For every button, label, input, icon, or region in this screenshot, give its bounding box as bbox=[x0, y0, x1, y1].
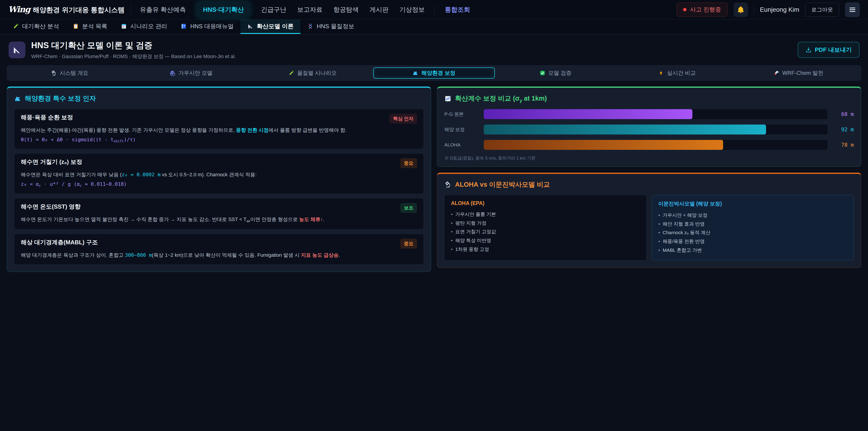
subtab[interactable]: HNS 물질정보 bbox=[301, 20, 361, 34]
bar-track bbox=[484, 140, 828, 150]
correction-card: 해풍·육풍 순환 보정 핵심 인자 해안에서는 주간(해풍)·야간(육풍) 풍향… bbox=[14, 109, 424, 149]
comparison-item: •해양 특성 미반영 bbox=[451, 236, 640, 245]
tab[interactable]: WRF-Chem 발전 bbox=[738, 67, 859, 79]
bar-label: P-G 원본 bbox=[444, 111, 478, 117]
nav-item[interactable]: 게시판 bbox=[370, 5, 389, 14]
bell-icon bbox=[737, 6, 745, 14]
tab[interactable]: 시스템 개요 bbox=[9, 67, 130, 79]
comparison-box: 이문진박사모델 (해양 보정) •가우시안 + 해양 보정•해안 지형 효과 반… bbox=[652, 195, 854, 260]
card-title: 해수면 거칠기 (z₀) 보정 bbox=[21, 158, 82, 166]
subtab[interactable]: HNS 대응매뉴얼 bbox=[174, 20, 241, 34]
model-comparison-panel-title: ALOHA vs 이문진박사모델 비교 bbox=[444, 180, 854, 189]
correction-card-list: 해풍·육풍 순환 보정 핵심 인자 해안에서는 주간(해풍)·야간(육풍) 풍향… bbox=[14, 109, 424, 265]
module-tab-bar: 대기확산 분석분석 목록시나리오 관리HNS 대응매뉴얼확산모델 이론HNS 물… bbox=[0, 20, 868, 34]
bar-row: P-G 원본 68 m bbox=[444, 109, 854, 119]
hamburger-menu-button[interactable] bbox=[845, 2, 860, 17]
cyclone-icon bbox=[169, 70, 176, 76]
tab-label: 실시간 비교 bbox=[667, 69, 696, 76]
panel-title-text: 확산계수 보정 비교 (σy at 1km) bbox=[455, 94, 547, 103]
main-navigation: 유출유 확산예측HNS·대기확산긴급구난보고자료항공탐색게시판기상정보통합조회 bbox=[140, 2, 470, 18]
bar-fill bbox=[484, 109, 692, 119]
pdf-export-button[interactable]: PDF 내보내기 bbox=[798, 42, 860, 58]
incident-status-label: 사고 진행중 bbox=[690, 6, 721, 13]
subtab[interactable]: 시나리오 관리 bbox=[114, 20, 174, 34]
comparison-item: •해안 지형 효과 반영 bbox=[658, 220, 847, 228]
logo-text: 해양환경 위기대응 통합시스템 bbox=[33, 5, 125, 15]
card-title: 해풍·육풍 순환 보정 bbox=[21, 114, 73, 121]
app-logo[interactable]: Wing 해양환경 위기대응 통합시스템 bbox=[8, 4, 125, 15]
subtab-label: 대기확산 분석 bbox=[22, 22, 59, 30]
logo-mark: Wing bbox=[8, 4, 30, 14]
nav-item[interactable]: 긴급구난 bbox=[261, 5, 286, 14]
comparison-box: ALOHA (EPA) •가우시안 플룸 기본•평탄 지형 가정•표면 거칠기 … bbox=[444, 195, 647, 260]
nav-item[interactable]: 보고자료 bbox=[297, 5, 322, 14]
book-icon bbox=[181, 23, 187, 29]
card-title: 해상 대기경계층(MABL) 구조 bbox=[21, 239, 98, 246]
nav-item[interactable]: 유출유 확산예측 bbox=[140, 5, 186, 14]
card-title: 해수면 온도(SST) 영향 bbox=[21, 203, 81, 210]
tab[interactable]: 모델 검증 bbox=[495, 67, 616, 79]
bullet-icon: • bbox=[451, 236, 453, 245]
comparison-item: •해풍/육풍 전환 반영 bbox=[658, 237, 847, 246]
comparison-item: •1차원 풍향 고정 bbox=[451, 245, 640, 254]
page-title: HNS 대기확산 모델 이론 및 검증 bbox=[31, 40, 236, 51]
card-description: 해안에서는 주간(해풍)·야간(육풍) 풍향 전환 발생. 기존 가우시안 모델… bbox=[21, 126, 417, 134]
nav-item[interactable]: 통합조회 bbox=[434, 5, 470, 14]
chart-icon bbox=[444, 95, 452, 102]
subtab[interactable]: 분석 목록 bbox=[66, 20, 114, 34]
card-description: 해양 대기경계층은 육상과 구조가 상이. 혼합고 300~800 m(육상 1… bbox=[21, 251, 417, 259]
check-icon bbox=[539, 70, 546, 76]
card-formula: θ(t) = θ₀ + Δθ · sigmoid((t - tshift)/τ) bbox=[21, 137, 417, 143]
dispersion-coefficient-panel-title: 확산계수 보정 비교 (σy at 1km) bbox=[444, 94, 854, 103]
tab-label: 모델 검증 bbox=[548, 69, 572, 76]
bar-value: 92 m bbox=[833, 127, 854, 132]
card-badge: 핵심 인자 bbox=[390, 114, 417, 124]
bar-value: 68 m bbox=[833, 111, 854, 117]
bar-label: ALOHA bbox=[444, 142, 478, 148]
tab-label: 물질별 시나리오 bbox=[297, 69, 337, 76]
incident-status-badge[interactable]: 사고 진행중 bbox=[677, 2, 727, 17]
subtab[interactable]: 확산모델 이론 bbox=[241, 20, 301, 34]
nav-item[interactable]: HNS·대기확산 bbox=[197, 2, 250, 18]
dna-icon bbox=[307, 23, 313, 29]
tab[interactable]: 실시간 비교 bbox=[616, 67, 738, 79]
card-badge: 보조 bbox=[400, 203, 417, 213]
bolt-icon bbox=[658, 70, 664, 76]
bar-track bbox=[484, 109, 828, 119]
bullet-icon: • bbox=[451, 245, 453, 254]
correction-card: 해수면 거칠기 (z₀) 보정 중요 해수면은 육상 대비 표면 거칠기가 매우… bbox=[14, 153, 424, 193]
right-column: 확산계수 보정 비교 (σy at 1km) P-G 원본 68 m 해양 보정… bbox=[437, 87, 861, 268]
bullet-icon: • bbox=[658, 246, 660, 255]
bar-row: ALOHA 78 m bbox=[444, 140, 854, 150]
card-description: 해수면 온도가 기온보다 높으면 열적 불안정 촉진 → 수직 혼합 증가 → … bbox=[21, 216, 417, 224]
tab[interactable]: 해양환경 보정 bbox=[373, 67, 495, 79]
bullet-icon: • bbox=[451, 210, 453, 219]
comparison-box-title: ALOHA (EPA) bbox=[451, 200, 640, 206]
hamburger-icon bbox=[848, 6, 856, 13]
nav-item[interactable]: 항공탐색 bbox=[333, 5, 359, 14]
panel-title-text: 해양환경 특수 보정 인자 bbox=[25, 94, 96, 103]
microscope-icon bbox=[444, 181, 452, 188]
subtab-label: 확산모델 이론 bbox=[257, 22, 293, 30]
notifications-button[interactable] bbox=[734, 2, 748, 17]
page-header: HNS 대기확산 모델 이론 및 검증 WRF-Chem · Gaussian … bbox=[0, 34, 868, 64]
correction-card: 해상 대기경계층(MABL) 구조 중요 해양 대기경계층은 육상과 구조가 상… bbox=[14, 234, 424, 265]
bar-label: 해양 보정 bbox=[444, 126, 478, 133]
model-comparison-panel: ALOHA vs 이문진박사모델 비교 ALOHA (EPA) •가우시안 플룸… bbox=[437, 173, 861, 268]
tab[interactable]: 물질별 시나리오 bbox=[252, 67, 373, 79]
pdf-export-label: PDF 내보내기 bbox=[815, 46, 852, 54]
microscope-icon bbox=[51, 70, 57, 76]
bullet-icon: • bbox=[451, 227, 453, 236]
bar-chart: P-G 원본 68 m 해양 보정 92 m ALOHA 78 m bbox=[444, 109, 854, 150]
model-comparison-columns: ALOHA (EPA) •가우시안 플룸 기본•평탄 지형 가정•표면 거칠기 … bbox=[444, 195, 854, 260]
divider bbox=[754, 4, 754, 16]
tab[interactable]: 가우시안 모델 bbox=[130, 67, 252, 79]
comparison-list: •가우시안 플룸 기본•평탄 지형 가정•표면 거칠기 고정값•해양 특성 미반… bbox=[451, 210, 640, 254]
nav-item[interactable]: 기상정보 bbox=[399, 5, 425, 14]
subtab[interactable]: 대기확산 분석 bbox=[6, 20, 66, 34]
logout-button[interactable]: 로그아웃 bbox=[805, 3, 839, 17]
comparison-item: •가우시안 플룸 기본 bbox=[451, 210, 640, 219]
bar-fill bbox=[484, 125, 766, 134]
page-title-block: HNS 대기확산 모델 이론 및 검증 WRF-Chem · Gaussian … bbox=[31, 40, 236, 60]
bar-fill bbox=[484, 140, 723, 150]
